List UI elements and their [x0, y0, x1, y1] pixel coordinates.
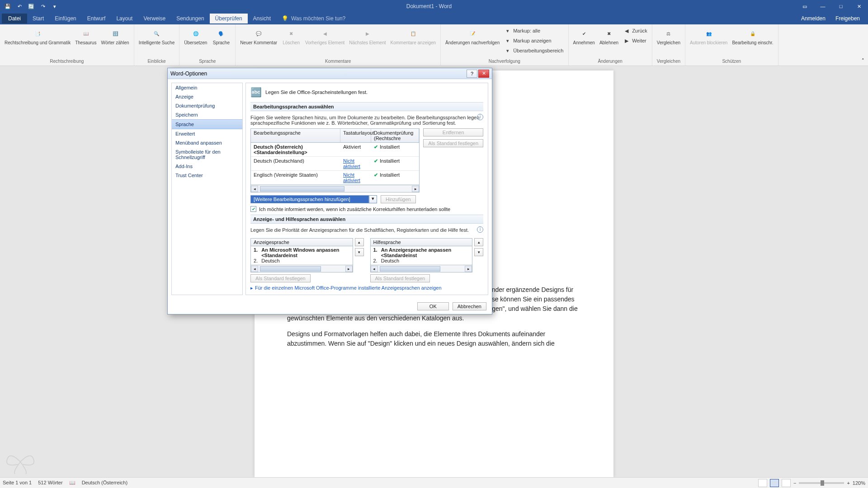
tab-view[interactable]: Ansicht [248, 14, 276, 23]
tab-review[interactable]: Überprüfen [210, 14, 248, 23]
dialog-help-button[interactable]: ? [467, 70, 477, 78]
view-read-mode[interactable] [758, 479, 767, 487]
scroll-right-button[interactable]: ▸ [412, 186, 419, 192]
help-lang-hscroll[interactable]: ◂▸ [370, 265, 473, 272]
dialog-titlebar[interactable]: Word-Optionen ? ✕ [168, 68, 492, 79]
ok-button[interactable]: OK [417, 302, 449, 310]
zoom-level[interactable]: 120% [853, 480, 865, 486]
qa-redo[interactable]: ↷ [38, 1, 48, 11]
help-lang-list[interactable]: 1.An Anzeigesprache anpassen <Standardei… [370, 246, 473, 265]
tab-layout[interactable]: Layout [111, 14, 138, 23]
table-hscrollbar[interactable]: ◂ ▸ [250, 185, 420, 192]
markup-dropdown[interactable]: ▾Markup: alle [503, 26, 564, 35]
group-protect-label: Schützen [722, 58, 741, 65]
ribbon-tabstrip: Datei Start Einfügen Entwurf Layout Verw… [0, 13, 868, 24]
statusbar: Seite 1 von 1 512 Wörter 📖 Deutsch (Öste… [0, 477, 868, 488]
scroll-thumb[interactable] [260, 186, 344, 192]
accept-button[interactable]: ✔Annehmen [572, 26, 596, 46]
cancel-button[interactable]: Abbrechen [453, 302, 486, 310]
keyboard-activate-link[interactable]: Nicht aktiviert [343, 172, 360, 183]
zoom-slider[interactable] [799, 482, 844, 484]
display-lang-list[interactable]: 1.An Microsoft Windows anpassen <Standar… [250, 246, 353, 265]
tell-me-search[interactable]: 💡 Was möchten Sie tun? [276, 14, 351, 23]
tab-references[interactable]: Verweise [138, 14, 171, 23]
sidebar-item-ribbon[interactable]: Menüband anpassen [172, 138, 242, 147]
move-up-button[interactable]: ▴ [355, 238, 364, 246]
sidebar-item-proofing[interactable]: Dokumentprüfung [172, 101, 242, 110]
status-wordcount[interactable]: 512 Wörter [38, 480, 62, 486]
sidebar-item-language[interactable]: Sprache [172, 119, 242, 129]
table-row[interactable]: Deutsch (Deutschland) Nicht aktiviert ✔I… [251, 157, 419, 171]
zoom-out-button[interactable]: − [793, 480, 796, 486]
sidebar-item-general[interactable]: Allgemein [172, 83, 242, 92]
view-print-layout[interactable] [770, 479, 779, 487]
minimize-button[interactable]: — [814, 0, 832, 13]
dialog-close-button[interactable]: ✕ [478, 70, 489, 78]
new-comment-button[interactable]: 💬Neuer Kommentar [239, 26, 278, 46]
spelling-grammar-button[interactable]: 📑Rechtschreibung und Grammatik [4, 26, 71, 46]
set-default-language-button: Als Standard festlegen [423, 139, 483, 147]
language-button[interactable]: 🗣️Sprache [211, 26, 231, 46]
notify-downloads-checkbox[interactable]: ✔ [250, 206, 256, 212]
reject-button[interactable]: ✖Ablehnen [599, 26, 619, 46]
dialog-main-panel: 🔤 Legen Sie die Office-Spracheinstellung… [245, 83, 488, 295]
qa-undo[interactable]: ↶ [14, 1, 24, 11]
qa-customize[interactable]: ▾ [50, 1, 60, 11]
sidebar-item-addins[interactable]: Add-Ins [172, 162, 242, 171]
sidebar-item-save[interactable]: Speichern [172, 110, 242, 119]
section-editing-langs-title: Bearbeitungssprachen auswählen [250, 102, 483, 111]
move-up-button[interactable]: ▴ [474, 238, 483, 246]
track-changes-button[interactable]: 📝Änderungen nachverfolgen [444, 26, 500, 46]
reviewing-pane-dropdown[interactable]: ▾Überarbeitungsbereich [503, 46, 564, 55]
keyboard-activate-link[interactable]: Nicht aktiviert [343, 158, 360, 169]
tab-design[interactable]: Entwurf [82, 14, 111, 23]
sidebar-item-trust[interactable]: Trust Center [172, 171, 242, 180]
section-display-langs-desc: Legen Sie die Priorität der Anzeigesprac… [250, 226, 483, 235]
scroll-left-button[interactable]: ◂ [251, 186, 258, 192]
move-down-button[interactable]: ▾ [474, 248, 483, 256]
compare-button[interactable]: ⚖Vergleichen [656, 26, 681, 46]
show-markup-dropdown[interactable]: ▾Markup anzeigen [503, 36, 564, 45]
display-lang-hscroll[interactable]: ◂▸ [250, 265, 353, 272]
qa-save[interactable]: 💾 [3, 1, 13, 11]
translate-button[interactable]: 🌐Übersetzen [183, 26, 208, 46]
share-button[interactable]: Freigeben [832, 14, 863, 23]
status-proof-icon[interactable]: 📖 [69, 480, 75, 486]
move-down-button[interactable]: ▾ [355, 248, 364, 256]
zoom-in-button[interactable]: + [847, 480, 849, 486]
collapse-ribbon-button[interactable]: ˄ [858, 56, 868, 66]
info-icon[interactable]: i [477, 114, 483, 120]
signin-link[interactable]: Anmelden [797, 14, 829, 23]
next-change-button[interactable]: ▶Weiter [622, 36, 648, 45]
zoom-thumb[interactable] [821, 480, 824, 486]
tab-insert[interactable]: Einfügen [49, 14, 81, 23]
thesaurus-button[interactable]: 📖Thesaurus [74, 26, 97, 46]
sidebar-item-qat[interactable]: Symbolleiste für den Schnellzugriff [172, 147, 242, 162]
table-row[interactable]: Deutsch (Österreich) <Standardeinstellun… [251, 143, 419, 157]
show-installed-langs-link[interactable]: ▸ Für die einzelnen Microsoft Office-Pro… [250, 285, 483, 291]
combo-dropdown-button[interactable]: ▾ [369, 195, 377, 203]
next-comment-button: ▶Nächstes Element [348, 26, 387, 46]
info-icon[interactable]: i [477, 226, 483, 233]
smart-lookup-button[interactable]: 🔍Intelligente Suche [138, 26, 176, 46]
group-tracking-label: Nachverfolgung [489, 58, 520, 65]
restrict-editing-button[interactable]: 🔒Bearbeitung einschr. [731, 26, 774, 46]
tab-start[interactable]: Start [27, 14, 49, 23]
sidebar-item-advanced[interactable]: Erweitert [172, 129, 242, 138]
status-language[interactable]: Deutsch (Österreich) [82, 480, 127, 486]
qa-refresh[interactable]: 🔄 [26, 1, 36, 11]
tab-mailings[interactable]: Sendungen [171, 14, 209, 23]
close-button[interactable]: ✕ [850, 0, 868, 13]
prev-change-button[interactable]: ◀Zurück [622, 26, 648, 35]
maximize-button[interactable]: □ [832, 0, 850, 13]
view-web-layout[interactable] [782, 479, 791, 487]
table-row[interactable]: Englisch (Vereinigte Staaten) Nicht akti… [251, 171, 419, 185]
titlebar: 💾 ↶ 🔄 ↷ ▾ Dokument1 - Word ▭ — □ ✕ [0, 0, 868, 13]
add-language-button: Hinzufügen [381, 195, 416, 203]
tab-file[interactable]: Datei [2, 14, 27, 23]
ribbon-display-options[interactable]: ▭ [796, 0, 814, 13]
add-language-combo[interactable]: [Weitere Bearbeitungssprachen hinzufügen… [250, 195, 377, 203]
status-page[interactable]: Seite 1 von 1 [3, 480, 32, 486]
sidebar-item-display[interactable]: Anzeige [172, 92, 242, 101]
word-count-button[interactable]: 🔢Wörter zählen [100, 26, 130, 46]
